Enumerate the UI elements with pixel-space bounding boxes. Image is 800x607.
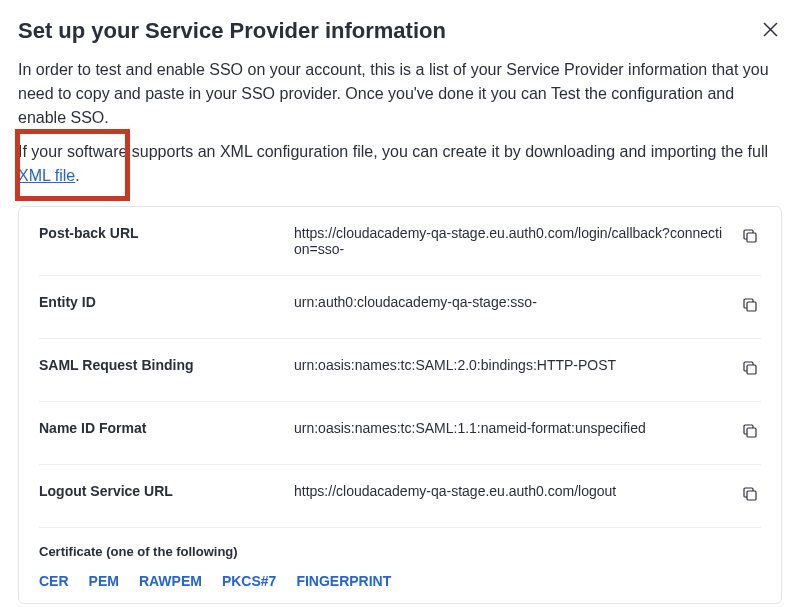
copy-icon <box>741 227 759 245</box>
info-row-nameid-format: Name ID Format urn:oasis:names:tc:SAML:1… <box>39 402 761 465</box>
info-label: Logout Service URL <box>39 483 294 499</box>
copy-button[interactable] <box>739 294 761 320</box>
cert-link-rawpem[interactable]: RAWPEM <box>139 573 202 589</box>
cert-link-cer[interactable]: CER <box>39 573 69 589</box>
info-row-postback-url: Post-back URL https://cloudacademy-qa-st… <box>39 207 761 276</box>
description-text: In order to test and enable SSO on your … <box>18 58 782 130</box>
info-row-saml-binding: SAML Request Binding urn:oasis:names:tc:… <box>39 339 761 402</box>
copy-icon <box>741 422 759 440</box>
info-value: urn:oasis:names:tc:SAML:2.0:bindings:HTT… <box>294 357 739 373</box>
xml-text-after: . <box>75 167 79 184</box>
svg-rect-6 <box>747 491 756 500</box>
close-button[interactable] <box>759 18 782 45</box>
info-row-logout-url: Logout Service URL https://cloudacademy-… <box>39 465 761 528</box>
cert-link-pem[interactable]: PEM <box>89 573 119 589</box>
close-icon <box>763 22 778 37</box>
certificate-section: Certificate (one of the following) CER P… <box>39 528 761 589</box>
xml-file-link[interactable]: XML file <box>18 167 75 184</box>
copy-button[interactable] <box>739 357 761 383</box>
certificate-label: Certificate (one of the following) <box>39 544 761 559</box>
xml-instruction-text: If your software supports an XML configu… <box>18 140 782 188</box>
certificate-links: CER PEM RAWPEM PKCS#7 FINGERPRINT <box>39 573 761 589</box>
info-label: Post-back URL <box>39 225 294 241</box>
info-label: Name ID Format <box>39 420 294 436</box>
info-row-entity-id: Entity ID urn:auth0:cloudacademy-qa-stag… <box>39 276 761 339</box>
cert-link-fingerprint[interactable]: FINGERPRINT <box>296 573 391 589</box>
copy-button[interactable] <box>739 420 761 446</box>
info-label: SAML Request Binding <box>39 357 294 373</box>
cert-link-pkcs7[interactable]: PKCS#7 <box>222 573 276 589</box>
copy-icon <box>741 359 759 377</box>
svg-rect-3 <box>747 302 756 311</box>
info-label: Entity ID <box>39 294 294 310</box>
info-value: https://cloudacademy-qa-stage.eu.auth0.c… <box>294 225 739 257</box>
svg-rect-5 <box>747 428 756 437</box>
info-value: https://cloudacademy-qa-stage.eu.auth0.c… <box>294 483 739 499</box>
copy-button[interactable] <box>739 483 761 509</box>
copy-icon <box>741 485 759 503</box>
info-value: urn:auth0:cloudacademy-qa-stage:sso- <box>294 294 739 310</box>
copy-icon <box>741 296 759 314</box>
copy-button[interactable] <box>739 225 761 251</box>
xml-text-before: If your software supports an XML configu… <box>18 143 768 160</box>
svg-rect-2 <box>747 233 756 242</box>
page-title: Set up your Service Provider information <box>18 18 446 44</box>
svg-rect-4 <box>747 365 756 374</box>
info-value: urn:oasis:names:tc:SAML:1.1:nameid-forma… <box>294 420 739 436</box>
service-provider-info-card: Post-back URL https://cloudacademy-qa-st… <box>18 206 782 604</box>
